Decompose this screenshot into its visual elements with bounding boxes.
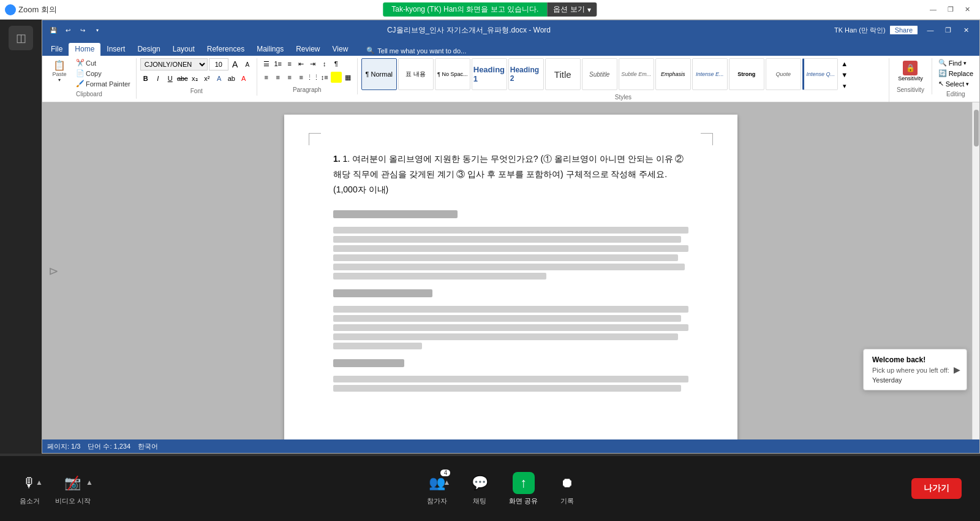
style-table-content[interactable]: 표 내용 (398, 58, 434, 90)
cut-button[interactable]: ✂️ Cut (74, 58, 132, 67)
scroll-thumb[interactable] (974, 110, 979, 146)
paste-button[interactable]: 📋 Paste ▾ (46, 58, 73, 84)
align-right-button[interactable]: ≡ (284, 72, 295, 83)
menu-tab-file[interactable]: File (45, 43, 69, 56)
word-close-btn[interactable]: ✕ (957, 24, 974, 36)
video-chevron[interactable]: ▲ (86, 478, 93, 487)
replace-button[interactable]: 🔄 Replace (936, 69, 976, 78)
align-center-button[interactable]: ≡ (273, 72, 284, 83)
redo-quick-btn[interactable]: ↪ (77, 24, 89, 36)
bold-button[interactable]: B (140, 73, 151, 84)
participants-button[interactable]: 👥 4 참가자 (426, 472, 448, 506)
menu-tab-design[interactable]: Design (131, 43, 166, 56)
language-status: 한국어 (138, 442, 158, 451)
subscript-button[interactable]: x₂ (189, 73, 200, 84)
font-size-input[interactable] (209, 58, 228, 70)
decrease-indent-button[interactable]: ⇤ (296, 58, 307, 69)
style-no-spacing[interactable]: ¶ No Spac... (435, 58, 470, 90)
sort-button[interactable]: ↕ (319, 58, 330, 69)
select-button[interactable]: ↖ Select ▾ (936, 79, 972, 88)
underline-button[interactable]: U (165, 73, 176, 84)
style-strong[interactable]: Strong (729, 58, 764, 90)
menu-tab-references[interactable]: References (201, 43, 251, 56)
format-painter-button[interactable]: 🖌️ Format Painter (74, 79, 132, 88)
copy-button[interactable]: 📄 Copy (74, 69, 132, 78)
menu-tab-layout[interactable]: Layout (167, 43, 201, 56)
show-marks-button[interactable]: ¶ (331, 58, 342, 69)
find-button[interactable]: 🔍 Find ▾ (936, 58, 969, 67)
increase-indent-button[interactable]: ⇥ (307, 58, 318, 69)
menu-tab-insert[interactable]: Insert (100, 43, 131, 56)
style-subtitle[interactable]: Subtitle (582, 58, 617, 90)
bullets-button[interactable]: ☰ (261, 58, 272, 69)
font-name-select[interactable]: CJONLY/ONEN (140, 58, 208, 70)
strikethrough-button[interactable]: abc (177, 73, 188, 84)
superscript-button[interactable]: x² (202, 73, 213, 84)
window-controls: — ❐ ✕ (925, 4, 975, 15)
style-intense-q[interactable]: Intense Q... (802, 58, 838, 90)
close-button[interactable]: ✕ (960, 4, 975, 15)
welcome-popup-date: Yesterday (872, 376, 958, 384)
record-label: 기록 (560, 496, 574, 506)
decrease-font-btn[interactable]: A (242, 59, 253, 70)
clipboard-group: 📋 Paste ▾ ✂️ Cut 📄 Copy 🖌️ Forma (42, 58, 137, 99)
video-button[interactable]: 📷 비디오 시작 (55, 472, 91, 506)
style-title[interactable]: Title (545, 58, 581, 90)
menu-tab-home[interactable]: Home (69, 43, 100, 56)
tell-me-bar[interactable]: 🔍 Tell me what you want to do... (361, 45, 471, 56)
style-normal[interactable]: ¶ Normal (361, 58, 397, 90)
word-doc-title: CJ올리브영_인사 자기소개서_유파형.docx - Word (387, 26, 551, 34)
style-emphasis[interactable]: Emphasis (655, 58, 691, 90)
text-effects-button[interactable]: A (214, 73, 225, 84)
maximize-button[interactable]: ❐ (943, 4, 959, 15)
welcome-popup-arrow[interactable]: ▶ (954, 365, 960, 375)
leave-meeting-button[interactable]: 나가기 (911, 478, 962, 499)
font-color-button[interactable]: A (238, 73, 249, 84)
styles-expand[interactable]: ▾ (839, 80, 850, 91)
record-button[interactable]: ⏺ 기록 (556, 472, 578, 506)
customize-quick-btn[interactable]: ▾ (91, 24, 104, 36)
options-button[interactable]: 옵션 보기 ▾ (547, 2, 597, 17)
save-quick-btn[interactable]: 💾 (47, 24, 59, 36)
word-window: 💾 ↩ ↪ ▾ CJ올리브영_인사 자기소개서_유파형.docx - Word … (42, 20, 980, 454)
menu-tab-view[interactable]: View (326, 43, 355, 56)
document-page[interactable]: 1. 1. 여러분이 올리브영에 지원한 동기는 무엇인가요? (① 올리브영이… (284, 115, 737, 439)
justify-button[interactable]: ≡ (296, 72, 307, 83)
style-subtle-em[interactable]: Subtle Em... (619, 58, 654, 90)
video-icon: 📷 (62, 472, 84, 494)
columns-button[interactable]: ⋮⋮ (307, 72, 318, 83)
increase-font-btn[interactable]: A (230, 59, 241, 70)
menu-tab-mailings[interactable]: Mailings (251, 43, 290, 56)
mic-label: 음소거 (20, 496, 40, 506)
zoom-side-view[interactable]: ◫ (9, 26, 33, 50)
video-label: 비디오 시작 (55, 496, 91, 506)
word-menubar: File Home Insert Design Layout Reference… (42, 40, 979, 56)
line-spacing-button[interactable]: ↕≡ (319, 72, 330, 83)
chat-button[interactable]: 💬 채팅 (469, 472, 491, 506)
numbering-button[interactable]: 1≡ (273, 58, 284, 69)
styles-scroll-down[interactable]: ▼ (839, 69, 850, 80)
text-highlight-button[interactable]: ab (226, 73, 237, 84)
share-button[interactable]: ↑ 화면 공유 (509, 472, 538, 506)
multilevel-list-button[interactable]: ≡ (284, 58, 295, 69)
document-scrollbar[interactable] (972, 102, 979, 439)
undo-quick-btn[interactable]: ↩ (62, 24, 74, 36)
style-heading1[interactable]: Heading 1 (472, 58, 507, 90)
style-intense-e[interactable]: Intense E... (692, 58, 728, 90)
sensitivity-button[interactable]: 🔒 Sensitivity (893, 58, 928, 84)
shading-button[interactable] (331, 72, 342, 83)
mic-button[interactable]: 🎙 음소거 (18, 472, 40, 506)
zoom-topbar: Zoom 회의 Tak-kyong (TK) Han의 화면을 보고 있습니다.… (0, 0, 980, 20)
word-restore-btn[interactable]: ❐ (940, 24, 957, 36)
italic-button[interactable]: I (153, 73, 164, 84)
style-heading2[interactable]: Heading 2 (508, 58, 544, 90)
chat-icon: 💬 (469, 472, 491, 494)
style-quote[interactable]: Quote (766, 58, 801, 90)
menu-tab-review[interactable]: Review (290, 43, 326, 56)
align-left-button[interactable]: ≡ (261, 72, 272, 83)
word-minimize-btn[interactable]: — (922, 24, 939, 36)
borders-button[interactable]: ▦ (342, 72, 353, 83)
minimize-button[interactable]: — (925, 4, 941, 15)
share-button[interactable]: Share (889, 25, 918, 35)
styles-scroll-up[interactable]: ▲ (839, 58, 850, 69)
